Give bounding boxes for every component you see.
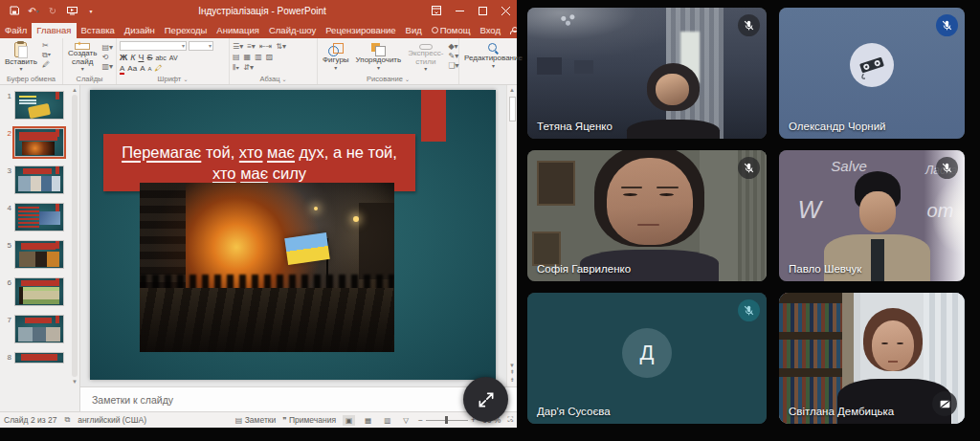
format-painter-icon[interactable]: 🖉 [42,61,51,69]
arrange-button[interactable]: Упорядочить▾ [354,40,404,74]
collapse-ribbon-icon[interactable]: ⌃ [508,418,514,426]
scroll-up-icon[interactable]: ▲ [72,87,78,93]
previous-slide-icon[interactable]: ⇞ [509,368,514,375]
slide-thumbnail-4[interactable]: 4 [2,203,68,232]
normal-view-button[interactable]: ▣ [343,415,355,426]
slide-thumbnail-7[interactable]: 7 [2,315,68,343]
align-left-icon[interactable]: ▤ [233,53,240,61]
indent-icons[interactable]: ⇤⇥ [259,42,272,51]
thumbnail-scrollbar[interactable]: ▲ ▼ [70,85,79,386]
tab-help[interactable]: Помощ [427,23,476,38]
slide-thumbnail-6[interactable]: 6 [2,277,68,306]
editing-button[interactable]: Редактирование▾ [462,40,524,74]
maximize-icon[interactable] [471,0,494,21]
align-right-icon[interactable]: ▥ [255,53,262,61]
columns-icon[interactable]: ⫴▾ [233,63,239,73]
language-indicator[interactable]: английский (США) [78,415,146,425]
participant-tile-darya[interactable]: Д Дар'я Сусоєва [527,293,767,424]
slide-thumbnail-3[interactable]: 3 [2,165,68,194]
participant-tile-pavlo[interactable]: Salve Ласка W om Павло Шевчук [779,150,965,281]
participant-tile-svitlana[interactable]: Світлана Дембицька [779,293,965,424]
minimize-icon[interactable] [448,0,471,21]
slideshow-view-button[interactable]: ▽ [400,415,412,426]
tab-insert[interactable]: Вставка [77,23,120,38]
tab-slideshow[interactable]: Слайд-шоу [264,23,321,38]
picture-in-picture-icon[interactable] [932,391,957,416]
paste-button[interactable]: Вставить▾ [3,40,39,74]
text-direction-icon[interactable]: ⇵▾ [243,63,254,73]
slide-photo[interactable] [140,183,394,352]
align-center-icon[interactable]: ▦ [244,53,252,61]
slide-thumbnail-8[interactable]: 8 [2,352,68,364]
cut-icon[interactable]: ✂ [42,42,51,50]
highlight-button[interactable]: 🖍 [155,64,163,73]
slide-thumbnail-5[interactable]: 5 [2,240,68,269]
tab-signin[interactable]: Вход [476,23,506,38]
shape-outline-icon[interactable]: ✎▾ [448,53,458,60]
shapes-button[interactable]: Фигуры▾ [321,40,351,74]
notes-pane[interactable]: Заметки к слайду [80,386,517,411]
tab-animations[interactable]: Анимация [212,23,264,38]
shapes-icon [328,43,344,56]
font-color-button[interactable]: А [120,64,124,75]
shape-effects-icon[interactable]: ❑▾ [448,62,458,70]
slide-thumbnail-2[interactable]: 2 [2,128,68,157]
clear-formatting-button[interactable]: abc [155,55,166,61]
justify-icon[interactable]: ▨ [266,53,274,61]
layout-icon[interactable]: ▤▾ [101,44,113,52]
reading-view-button[interactable]: ▥ [381,415,393,426]
line-spacing-icon[interactable]: ⇅▾ [276,42,286,51]
slide-canvas[interactable]: Перемагає той, хто має дух, а не той, хт… [90,90,496,380]
comments-toggle[interactable]: ❞ Примечания [282,415,336,425]
shape-fill-icon[interactable]: ◆▾ [448,43,458,51]
tab-share[interactable]: Общий доступ [505,23,517,38]
ribbon-display-options-icon[interactable] [425,0,448,21]
zoom-out-icon[interactable]: − [418,415,423,425]
tab-home[interactable]: Главная [32,23,76,38]
bullets-icon[interactable]: ☰▾ [233,42,243,51]
grow-font-button[interactable]: А [140,64,145,73]
start-slideshow-icon[interactable] [63,3,80,18]
slide-number: 8 [2,352,11,362]
new-slide-button[interactable]: Создать слайд▾ [66,40,99,74]
redo-icon[interactable]: ↻ [44,3,61,18]
shrink-font-button[interactable]: А [147,66,151,72]
numbering-icon[interactable]: ≡▾ [247,42,256,51]
accessibility-icon[interactable]: ⧉ [64,415,70,425]
next-slide-icon[interactable]: ⇟ [509,376,514,383]
participant-tile-sofiya[interactable]: Софія Гавриленко [527,150,767,281]
section-icon[interactable]: ▥▾ [101,63,113,71]
reset-icon[interactable]: ⟲ [101,54,113,61]
character-spacing-button[interactable]: AV [169,55,178,61]
save-icon[interactable] [6,3,23,18]
close-icon[interactable] [494,0,517,21]
tab-transitions[interactable]: Переходы [160,23,212,38]
tab-view[interactable]: Вид [401,23,427,38]
scroll-up-icon[interactable]: ▲ [509,87,515,93]
participant-tile-tetyana[interactable]: Тетяна Яценко [527,8,767,139]
tab-review[interactable]: Рецензирование [321,23,400,38]
undo-icon[interactable]: ↶▾ [25,3,42,18]
paste-icon [14,42,27,57]
editor-scrollbar[interactable]: ▲ ▼ ⇞ ⇟ [506,85,517,386]
customize-qat-icon[interactable]: ▾ [82,3,100,18]
zoom-slider-handle[interactable] [445,416,448,424]
font-name-combo[interactable] [120,41,187,51]
zoom-slider[interactable]: − + [418,415,476,425]
notes-toggle[interactable]: ▤ Заметки [235,415,276,425]
strikethrough-button[interactable]: S [146,53,152,62]
slide-sorter-view-button[interactable]: ▦ [362,415,374,426]
quick-styles-button[interactable]: Экспресс-стили▾ [406,40,445,74]
slide-thumbnail-1[interactable]: 1 [2,91,68,120]
font-size-combo[interactable] [189,41,213,51]
change-case-button[interactable]: Aa [127,64,137,73]
tab-file[interactable]: Файл [0,23,32,38]
underline-button[interactable]: Ч [138,53,144,62]
tab-design[interactable]: Дизайн [120,23,160,38]
scroll-down-icon[interactable]: ▼ [72,379,78,385]
expand-presentation-button[interactable] [463,377,508,422]
copy-icon[interactable]: ⧉▾ [42,52,51,59]
participant-tile-oleksandr[interactable]: Олександр Чорний [779,8,965,139]
bold-button[interactable]: Ж [120,53,127,62]
italic-button[interactable]: К [130,53,135,62]
